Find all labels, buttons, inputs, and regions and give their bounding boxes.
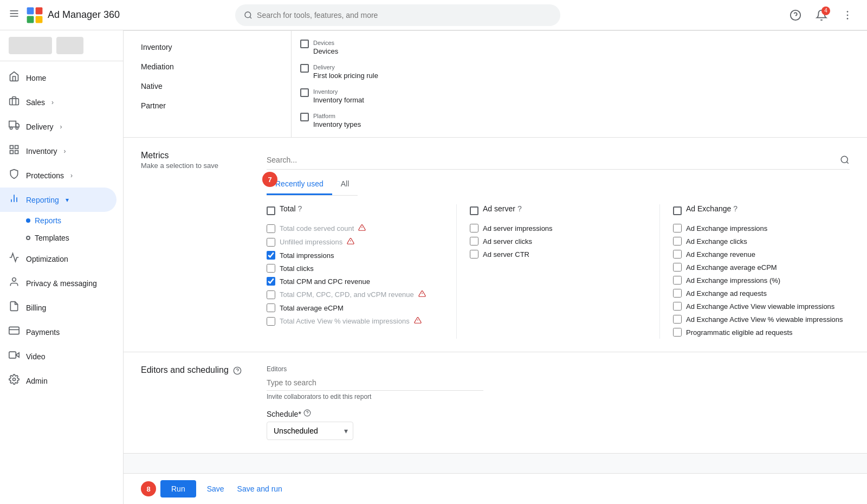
sidebar-label-sales: Sales — [26, 98, 45, 107]
label-total-code-served: Total code served count — [280, 224, 354, 232]
metrics-search-input[interactable] — [267, 156, 836, 164]
total-group-header: Total ? — [267, 204, 443, 217]
sidebar-item-inventory[interactable]: Inventory › — [0, 139, 117, 163]
sidebar-item-admin[interactable]: Admin — [0, 369, 117, 393]
step-badge-8: 8 — [141, 481, 156, 496]
svg-point-26 — [12, 278, 16, 282]
sidebar-item-optimization[interactable]: Optimization — [0, 247, 117, 271]
checkbox-adx-impressions[interactable] — [673, 224, 682, 232]
save-button[interactable]: Save — [205, 480, 227, 497]
schedule-select[interactable]: Unscheduled Daily Weekly Monthly — [267, 422, 353, 440]
sidebar-item-home[interactable]: Home — [0, 66, 117, 90]
tab-all[interactable]: All — [332, 174, 358, 195]
search-bar[interactable] — [235, 4, 560, 26]
total-help-icon[interactable]: ? — [298, 204, 302, 213]
metrics-subtitle: Make a selection to save — [141, 161, 218, 170]
sidebar-item-protections[interactable]: Protections › — [0, 163, 117, 188]
sidebar-item-reporting[interactable]: Reporting ▾ — [0, 188, 117, 212]
home-icon — [9, 71, 20, 85]
adexchange-master-checkbox[interactable] — [673, 206, 682, 215]
checkbox-adx-active-view[interactable] — [673, 302, 682, 311]
dim-item-native[interactable]: Native — [132, 76, 282, 96]
checkbox-adx-clicks[interactable] — [673, 237, 682, 245]
metric-total-impressions: Total impressions — [267, 249, 443, 262]
schedule-select-wrapper[interactable]: Unscheduled Daily Weekly Monthly — [267, 422, 353, 440]
checkbox-adserver-ctr[interactable] — [470, 250, 478, 259]
sidebar-item-billing[interactable]: Billing — [0, 295, 117, 320]
tab-recently-used[interactable]: 7 Recently used — [267, 174, 332, 195]
checkbox-total-code-served[interactable] — [267, 224, 275, 233]
run-button[interactable]: Run — [160, 480, 196, 497]
warning-icon-unfilled — [347, 237, 354, 247]
svg-line-8 — [250, 17, 251, 18]
save-run-button[interactable]: Save and run — [235, 480, 284, 497]
reporting-sub-nav: Reports Templates — [0, 212, 123, 247]
metric-adserver-impressions: Ad server impressions — [470, 222, 646, 235]
dim-checkbox-devices[interactable] — [300, 40, 309, 48]
checkbox-total-clicks[interactable] — [267, 264, 275, 273]
sidebar-item-privacy[interactable]: Privacy & messaging — [0, 271, 117, 295]
dim-item-inventory[interactable]: Inventory — [132, 37, 282, 57]
checkbox-adx-impressions-pct[interactable] — [673, 276, 682, 285]
total-master-checkbox[interactable] — [267, 206, 275, 215]
label-adx-revenue: Ad Exchange revenue — [686, 250, 755, 259]
checkbox-adx-avg-ecpm[interactable] — [673, 263, 682, 272]
more-options-button[interactable] — [837, 4, 858, 26]
sidebar-item-payments[interactable]: Payments — [0, 320, 117, 344]
checkbox-adx-ad-requests[interactable] — [673, 289, 682, 298]
svg-rect-5 — [27, 16, 34, 23]
checkbox-total-impressions[interactable] — [267, 251, 275, 260]
dim-item-partner[interactable]: Partner — [132, 96, 282, 115]
sidebar-item-delivery[interactable]: Delivery › — [0, 114, 117, 139]
checkbox-unfilled-impressions[interactable] — [267, 238, 275, 247]
label-adx-active-view-pct: Ad Exchange Active View % viewable impre… — [686, 315, 843, 324]
sales-expand-icon: › — [51, 99, 54, 106]
dim-checkbox-inventory-types[interactable] — [300, 113, 309, 121]
metrics-search-bar[interactable] — [267, 151, 850, 170]
checkbox-adx-active-view-pct[interactable] — [673, 315, 682, 324]
schedule-help-icon[interactable] — [303, 409, 311, 418]
svg-point-32 — [841, 156, 847, 163]
label-adx-clicks: Ad Exchange clicks — [686, 237, 747, 245]
editors-help-icon[interactable] — [233, 366, 242, 377]
label-total-clicks: Total clicks — [280, 264, 314, 273]
search-input[interactable] — [257, 11, 552, 20]
editors-search-input[interactable] — [267, 375, 483, 391]
adserver-master-checkbox[interactable] — [470, 206, 478, 215]
checkbox-adx-programmatic[interactable] — [673, 328, 682, 337]
checkbox-adx-revenue[interactable] — [673, 250, 682, 259]
metrics-tabs-container: 7 Recently used All — [267, 174, 358, 204]
label-adserver-ctr: Ad server CTR — [483, 250, 529, 259]
dim-group-inventory: Inventory — [313, 88, 364, 95]
dim-item-mediation[interactable]: Mediation — [132, 57, 282, 76]
checkbox-total-cpm-cpc[interactable] — [267, 277, 275, 286]
reports-dot-icon — [26, 218, 30, 223]
notifications-button[interactable]: 4 — [811, 4, 832, 26]
label-total-active-view: Total Active View % viewable impressions — [280, 317, 410, 325]
dim-checkbox-inventory-format[interactable] — [300, 88, 309, 97]
checkbox-total-avg-ecpm[interactable] — [267, 303, 275, 312]
help-button[interactable] — [785, 4, 806, 26]
metric-adx-active-view-pct: Ad Exchange Active View % viewable impre… — [673, 313, 850, 326]
sidebar-item-video[interactable]: Video — [0, 344, 117, 369]
checkbox-adserver-clicks[interactable] — [470, 237, 478, 245]
sidebar-label-reports: Reports — [35, 216, 61, 225]
sidebar-item-templates[interactable]: Templates — [26, 229, 117, 247]
adexchange-help-icon[interactable]: ? — [733, 204, 737, 213]
dim-checkbox-first-look[interactable] — [300, 64, 309, 73]
sidebar-item-sales[interactable]: Sales › — [0, 90, 117, 114]
checkbox-total-active-view[interactable] — [267, 317, 275, 326]
sidebar-item-reports[interactable]: Reports — [26, 212, 117, 229]
menu-icon[interactable] — [9, 8, 20, 22]
label-total-cpm-cpc: Total CPM and CPC revenue — [280, 277, 370, 286]
total-group-title: Total ? — [280, 204, 302, 213]
checkbox-adserver-impressions[interactable] — [470, 224, 478, 232]
adserver-help-icon[interactable]: ? — [517, 204, 522, 213]
label-adserver-clicks: Ad server clicks — [483, 237, 532, 245]
sidebar-logo-2 — [56, 37, 83, 54]
svg-point-12 — [847, 14, 849, 16]
checkbox-total-cpm-all[interactable] — [267, 290, 275, 299]
svg-rect-6 — [36, 16, 43, 23]
sidebar-label-home: Home — [26, 74, 46, 82]
label-total-avg-ecpm: Total average eCPM — [280, 304, 344, 312]
